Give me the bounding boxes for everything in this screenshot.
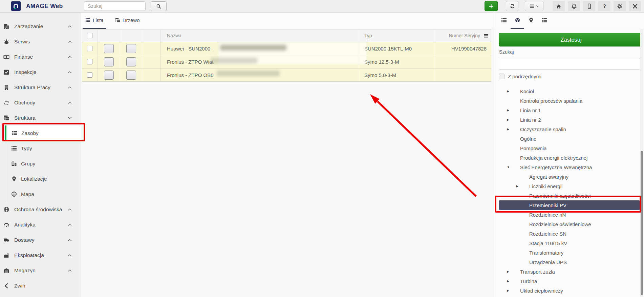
row-checkbox[interactable] [87,46,92,51]
tree-expander-icon[interactable]: ▶ [507,118,513,121]
sidebar-item-mapa[interactable]: Mapa [6,186,81,202]
tree-node-liczniki-energii[interactable]: ▶ Liczniki energii [499,181,640,191]
with-children-checkbox[interactable] [499,74,505,79]
tree-node-rozdzielnice-o-wietleniowe[interactable]: Rozdzielnice oświetleniowe [499,219,640,229]
home-button[interactable] [553,1,565,11]
sidebar-item-serwis[interactable]: Serwis [0,34,81,49]
tree-expander-icon[interactable]: ▶ [507,270,513,273]
tab-drzewo[interactable]: Drzewo [112,13,143,29]
chevron-left-icon [3,283,9,289]
tree-node-transport-u-la[interactable]: ▶ Transport żużla [499,267,640,276]
global-search-input[interactable] [84,1,146,11]
row-menu-button[interactable] [126,57,136,66]
list-icon [11,145,17,151]
tree-node-pompownia[interactable]: Pompownia [499,143,640,153]
tree-node-linia-nr-1[interactable]: ▶ Linia nr 1 [499,105,640,115]
cell-typ: Symo 12.5-3-M [358,55,435,68]
sidebar-item-label: Magazyn [14,268,67,274]
question-button[interactable]: ? [598,1,610,11]
tree-expander-icon[interactable]: ▼ [507,165,513,169]
tree-node-przemienniki-cz-stotliwo-ci[interactable]: Przemienniki częstotliwości [499,191,640,200]
close-button[interactable] [629,1,641,11]
list-icon [501,17,507,23]
sidebar-item-struktura-pracy[interactable]: Struktura Pracy [0,80,81,95]
menu-dropdown-button[interactable] [525,1,543,11]
hamburger-icon [129,73,133,77]
tree-node-rozdzielnice-nn[interactable]: Rozdzielnice nN [499,210,640,219]
row-menu-button[interactable] [126,44,136,53]
tree-node-oczyszczanie-spalin[interactable]: ▶ Oczyszczanie spalin [499,124,640,134]
tree-node-transformatory[interactable]: Transformatory [499,248,640,257]
tree-expander-icon[interactable]: ▶ [507,279,513,283]
mobile-button[interactable] [583,1,595,11]
row-detail-button[interactable] [104,44,114,53]
panel-tab-map-pin[interactable] [524,13,538,29]
select-all-checkbox[interactable] [87,33,92,38]
global-search-button[interactable] [151,1,167,11]
row-detail-button[interactable] [104,71,114,80]
tree-node-linia-nr-2[interactable]: ▶ Linia nr 2 [499,115,640,124]
panel-tab-list[interactable] [497,13,511,29]
tree-expander-icon[interactable]: ▶ [516,184,522,188]
panel-tab-cube[interactable] [511,13,524,29]
tree-node-urz-dzenia-ups[interactable]: Urządzenia UPS [499,257,640,267]
sidebar-item-label: Struktura [14,115,67,121]
chevron-up-icon [67,85,72,90]
sidebar-item-dostawy[interactable]: Dostawy [0,232,81,248]
column-header-typ[interactable]: Typ [358,29,435,42]
tree-expander-icon[interactable]: ▶ [507,108,513,112]
tree-node-przemienniki-pv[interactable]: Przemienniki PV [499,200,640,210]
sidebar-item-lokalizacje[interactable]: Lokalizacje [6,171,81,186]
row-detail-button[interactable] [104,57,114,66]
panel-search-input[interactable] [499,58,640,70]
sidebar-item-inspekcje[interactable]: Inspekcje [0,64,81,80]
sidebar-item-zwi[interactable]: Zwiń [0,278,81,293]
tree-node-kontrola-proces-w-spalania[interactable]: Kontrola procesów spalania [499,96,640,105]
gear-button[interactable] [614,1,626,11]
cell-typ: SUN2000-15KTL-M0 [358,42,435,55]
add-button[interactable] [485,1,498,11]
tree-node-sie-energetyczna-wewn-trzna[interactable]: ▼ Sieć Energetyczna Wewnętrzna [499,162,640,172]
sidebar-item-zasoby[interactable]: Zasoby [5,125,87,141]
table-row[interactable]: Fronius - ZTPO OB0 Symo 5.0-3-M [82,68,491,82]
tree-expander-icon[interactable]: ▶ [507,289,513,292]
column-settings-icon[interactable] [484,33,489,38]
sidebar-item-ochrona-rodowiska[interactable]: Ochrona środowiska [0,202,81,217]
row-checkbox[interactable] [87,72,92,78]
plus-icon [489,4,494,9]
with-children-option[interactable]: Z podrzędnymi [499,74,541,79]
industry-icon [3,252,9,258]
sidebar-item-struktura[interactable]: Struktura [0,110,81,125]
tree-node-rozdzielnice-sn[interactable]: Rozdzielnice SN [499,229,640,238]
refresh-button[interactable] [506,1,518,11]
row-menu-button[interactable] [126,71,136,80]
tree-node-stacja-110-15-kv[interactable]: Stacja 110/15 kV [499,238,640,248]
tree-node-turbina[interactable]: ▶ Turbina [499,276,640,286]
tree-expander-icon[interactable]: ▶ [507,127,513,131]
panel-tab-table-list[interactable] [538,13,551,29]
sidebar-item-finanse[interactable]: Finanse [0,49,81,64]
redacted-text-row1 [220,45,286,51]
sidebar-item-typy[interactable]: Typy [6,141,81,156]
cube-icon [513,146,518,151]
sidebar-item-eksploatacja[interactable]: Eksploatacja [0,248,81,263]
sidebar-item-obchody[interactable]: Obchody [0,95,81,110]
tree-node-uk-ad-ciep-owniczy[interactable]: ▶ Układ ciepłowniczy [499,286,640,295]
column-header-numer-seryjny[interactable]: Numer Seryjny [449,33,480,38]
column-header-nazwa[interactable]: Nazwa [161,29,358,42]
sidebar-item-analityka[interactable]: Analityka [0,217,81,232]
apply-button[interactable]: Zastosuj [499,33,643,46]
tree-node-produkcja-energii-elektrycznej[interactable]: Produkcja energii elektrycznej [499,153,640,162]
tree-expander-icon[interactable]: ▶ [507,90,513,93]
tree-node-agregat-awaryjny[interactable]: Agregat awaryjny [499,172,640,181]
tree-node-label: Układ ciepłowniczy [520,288,563,294]
sidebar-item-grupy[interactable]: Grupy [6,156,81,171]
panel-scrollbar-thumb[interactable] [641,151,643,295]
tree-node-kocio[interactable]: ▶ Kocioł [499,86,640,96]
tree-node-og-lne[interactable]: Ogólne [499,134,640,143]
sidebar-item-zarz-dzanie[interactable]: Zarządzanie [0,19,81,34]
row-checkbox[interactable] [87,59,92,64]
sidebar-item-magazyn[interactable]: Magazyn [0,263,81,278]
bell-button[interactable] [568,1,580,11]
tab-lista[interactable]: Lista [83,13,106,29]
